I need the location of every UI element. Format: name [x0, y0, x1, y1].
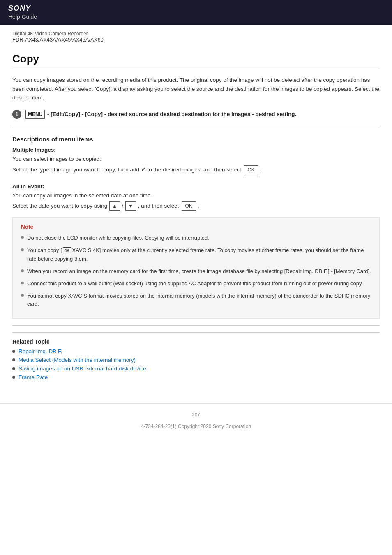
note-dot-5: [21, 294, 24, 297]
related-link-3[interactable]: Saving images on an USB external hard di…: [18, 365, 146, 372]
intro-text: You can copy images stored on the record…: [12, 76, 380, 102]
checkmark-icon: ✓: [141, 166, 146, 173]
note-item-5: You cannot copy XAVC S format movies sto…: [21, 292, 371, 308]
note-dot-1: [21, 236, 24, 239]
main-content: Copy You can copy images stored on the r…: [0, 44, 392, 391]
breadcrumb: Digital 4K Video Camera Recorder FDR-AX4…: [0, 25, 392, 44]
related-item-2[interactable]: Media Select (Models with the internal m…: [12, 357, 380, 363]
all-in-event-pre: Select the date you want to copy using: [12, 203, 107, 209]
site-title: Help Guide: [8, 14, 384, 20]
site-header: SONY Help Guide: [0, 0, 392, 25]
note-item-1: Do not close the LCD monitor while copyi…: [21, 234, 371, 242]
brand-logo: SONY: [8, 4, 384, 13]
note-text-5: You cannot copy XAVC S format movies sto…: [27, 292, 371, 308]
multiple-images-heading: Multiple Images:: [12, 147, 380, 153]
related-item-3[interactable]: Saving images on an USB external hard di…: [12, 365, 380, 372]
period-2: .: [198, 203, 199, 209]
note-dot-4: [21, 282, 24, 284]
all-in-event-line1: You can copy all images in the selected …: [12, 191, 380, 200]
related-dot-4: [12, 376, 15, 379]
note-text-4: Connect this product to a wall outlet (w…: [27, 280, 363, 288]
note-text-3: When you record an image on the memory c…: [27, 267, 371, 275]
note-text-2: You can copy [4KXAVC S 4K] movies only a…: [27, 246, 371, 263]
page-title: Copy: [12, 49, 380, 69]
all-in-event-line2: Select the date you want to copy using ▲…: [12, 201, 380, 211]
ok-button-1: OK: [244, 165, 258, 175]
related-item-4[interactable]: Frame Rate: [12, 374, 380, 380]
note-dot-3: [21, 269, 24, 272]
footer: 207 4-734-284-23(1) Copyright 2020 Sony …: [0, 403, 392, 437]
period-1: .: [260, 166, 262, 173]
step-1-block: 1 MENU - [Edit/Copy] - [Copy] - desired …: [12, 110, 380, 119]
related-dot-2: [12, 358, 15, 361]
related-link-2[interactable]: Media Select (Models with the internal m…: [18, 357, 136, 363]
multiple-images-pre: Select the type of image you want to cop…: [12, 166, 139, 173]
note-dot-2: [21, 248, 24, 251]
menu-icon-label: MENU: [25, 110, 45, 119]
multiple-images-line1: You can select images to be copied.: [12, 155, 380, 164]
arrow-down-icon: ▼: [125, 201, 136, 211]
note-title: Note: [21, 224, 371, 230]
ok-button-2: OK: [182, 201, 196, 211]
step-1-number: 1: [12, 110, 21, 119]
arrow-up-icon: ▲: [109, 201, 120, 211]
step-1-text: MENU - [Edit/Copy] - [Copy] - desired so…: [25, 110, 296, 119]
all-in-event-heading: All In Event:: [12, 183, 380, 190]
related-topic-heading: Related Topic: [12, 338, 380, 345]
multiple-images-post: to the desired images, and then select: [147, 166, 241, 173]
all-in-event-mid: , and then select: [138, 203, 179, 209]
descriptions-heading: Descriptions of menu items: [12, 134, 380, 143]
note-item-2: You can copy [4KXAVC S 4K] movies only a…: [21, 246, 371, 263]
page-number: 207: [192, 412, 200, 418]
divider-1: [12, 127, 380, 127]
breadcrumb-model: FDR-AX43/AX43A/AX45/AX45A/AX60: [12, 37, 380, 43]
copyright-text: 4-734-284-23(1) Copyright 2020 Sony Corp…: [141, 423, 251, 429]
multiple-images-line2: Select the type of image you want to cop…: [12, 165, 380, 175]
divider-2: [12, 325, 380, 326]
note-block: Note Do not close the LCD monitor while …: [12, 217, 380, 319]
related-topic-section: Related Topic Repair Img. DB F. Media Se…: [12, 332, 380, 380]
breadcrumb-device-type: Digital 4K Video Camera Recorder: [12, 31, 380, 37]
related-link-1[interactable]: Repair Img. DB F.: [18, 348, 62, 354]
related-dot-3: [12, 367, 15, 370]
related-item-1[interactable]: Repair Img. DB F.: [12, 348, 380, 354]
badge-4k: 4K: [63, 247, 71, 254]
step-1-instruction: - [Edit/Copy] - [Copy] - desired source …: [47, 111, 296, 117]
related-dot-1: [12, 350, 15, 353]
note-text-1: Do not close the LCD monitor while copyi…: [27, 234, 209, 242]
note-item-3: When you record an image on the memory c…: [21, 267, 371, 275]
note-item-4: Connect this product to a wall outlet (w…: [21, 280, 371, 288]
related-link-4[interactable]: Frame Rate: [18, 374, 48, 380]
